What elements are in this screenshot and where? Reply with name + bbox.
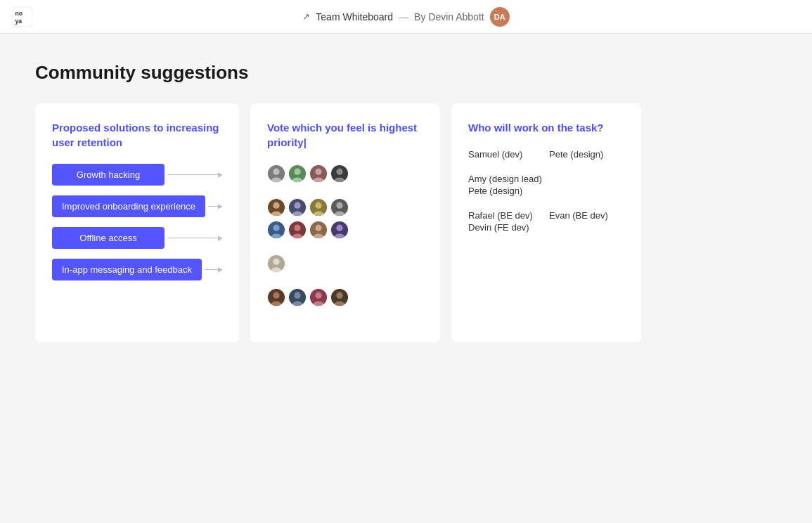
- team-member-amy: Amy (design lead): [468, 174, 624, 184]
- arrow-3: [167, 238, 222, 238]
- svg-point-31: [294, 225, 300, 231]
- svg-point-43: [273, 292, 279, 299]
- team-grid: Samuel (dev) Pete (design) Amy (design l…: [468, 149, 624, 233]
- vote-avatar-14: [288, 288, 307, 306]
- svg-point-19: [294, 202, 300, 209]
- svg-point-40: [273, 259, 279, 265]
- middle-card-title: Vote which you feel is highest priority|: [267, 120, 423, 150]
- right-card: Who will work on the task? Samuel (dev) …: [451, 103, 641, 342]
- suggestion-growth-hacking[interactable]: Growth hacking: [52, 164, 165, 186]
- vote-avatar-5: [267, 198, 285, 217]
- svg-point-34: [315, 225, 321, 231]
- suggestion-row-4: In-app messaging and feedback: [52, 259, 222, 280]
- svg-point-10: [315, 169, 321, 175]
- vote-row-2b: [267, 220, 423, 240]
- team-member-rafael: Rafael (BE dev): [468, 210, 543, 221]
- page-title: Community suggestions: [35, 62, 777, 84]
- vote-avatar-2: [288, 164, 307, 183]
- topbar-by: By Devin Abbott: [414, 11, 484, 22]
- svg-point-7: [294, 169, 300, 175]
- vote-row-1: [267, 164, 423, 183]
- team-cell-amy: Amy (design lead) Pete (design): [468, 174, 624, 196]
- svg-point-46: [294, 292, 300, 299]
- vote-avatar-15: [309, 288, 328, 306]
- team-member-devin: Devin (FE dev): [468, 222, 543, 233]
- topbar-title[interactable]: Team Whiteboard: [316, 11, 393, 22]
- suggestion-onboarding[interactable]: Improved onboarding experience: [52, 195, 205, 217]
- vote-row-3: [267, 254, 423, 273]
- left-card: Proposed solutions to increasing user re…: [35, 103, 239, 342]
- vote-avatar-16: [330, 288, 349, 306]
- arrow-4: [205, 269, 222, 270]
- suggestion-row-1: Growth hacking: [52, 164, 222, 186]
- vote-avatar-13: [267, 288, 285, 306]
- arrow-1: [167, 174, 222, 175]
- user-avatar[interactable]: DA: [490, 7, 510, 27]
- suggestion-row-2: Improved onboarding experience: [52, 195, 222, 217]
- left-card-title: Proposed solutions to increasing user re…: [52, 120, 222, 150]
- team-member-pete1: Pete (design): [549, 149, 624, 160]
- team-member-evan: Evan (BE dev): [549, 210, 624, 221]
- team-member-samuel: Samuel (dev): [468, 149, 543, 160]
- vote-avatar-3: [309, 164, 328, 183]
- cards-row: Proposed solutions to increasing user re…: [35, 103, 777, 342]
- middle-card: Vote which you feel is highest priority|: [250, 103, 440, 342]
- vote-avatar-7: [309, 198, 328, 217]
- svg-point-25: [336, 202, 342, 209]
- vote-avatar-8: [330, 198, 349, 217]
- external-link-icon: ↗: [302, 11, 310, 22]
- vote-avatar-9: [267, 221, 285, 239]
- team-cell-pete1: Pete (design): [549, 149, 624, 160]
- team-member-pete2: Pete (design): [468, 186, 624, 196]
- suggestion-offline[interactable]: Offline access: [52, 227, 165, 249]
- svg-point-4: [273, 169, 279, 175]
- svg-point-22: [315, 202, 321, 209]
- vote-row-2-group: [267, 198, 423, 240]
- topbar: no ya ↗ Team Whiteboard — By Devin Abbot…: [0, 0, 812, 34]
- topbar-center: ↗ Team Whiteboard — By Devin Abbott DA: [302, 7, 509, 27]
- logo: no ya: [11, 6, 34, 28]
- team-cell-samuel: Samuel (dev): [468, 149, 543, 160]
- arrow-2: [208, 206, 222, 207]
- svg-point-52: [336, 292, 342, 299]
- team-cell-evan: Evan (BE dev): [549, 210, 624, 233]
- vote-row-2a: [267, 198, 423, 217]
- vote-avatar-single: [267, 254, 285, 273]
- right-card-title: Who will work on the task?: [468, 120, 624, 135]
- svg-point-16: [273, 202, 279, 209]
- svg-point-28: [273, 225, 279, 231]
- vote-avatar-4: [330, 164, 349, 183]
- vote-avatar-1: [267, 164, 285, 183]
- vote-avatar-6: [288, 198, 307, 217]
- svg-text:no: no: [15, 10, 23, 17]
- topbar-separator: —: [399, 11, 408, 22]
- svg-point-13: [336, 169, 342, 175]
- vote-avatar-12: [330, 221, 349, 239]
- vote-avatar-10: [288, 221, 307, 239]
- svg-point-37: [336, 225, 342, 231]
- vote-avatar-11: [309, 221, 328, 239]
- suggestion-inapp[interactable]: In-app messaging and feedback: [52, 259, 202, 280]
- svg-point-49: [315, 292, 321, 299]
- vote-rows: [267, 164, 423, 307]
- vote-row-4: [267, 288, 423, 307]
- team-cell-rafael: Rafael (BE dev) Devin (FE dev): [468, 210, 543, 233]
- svg-text:ya: ya: [15, 17, 22, 24]
- suggestion-items: Growth hacking Improved onboarding exper…: [52, 164, 222, 280]
- suggestion-row-3: Offline access: [52, 227, 222, 249]
- user-initials: DA: [494, 13, 505, 21]
- main-content: Community suggestions Proposed solutions…: [0, 34, 812, 370]
